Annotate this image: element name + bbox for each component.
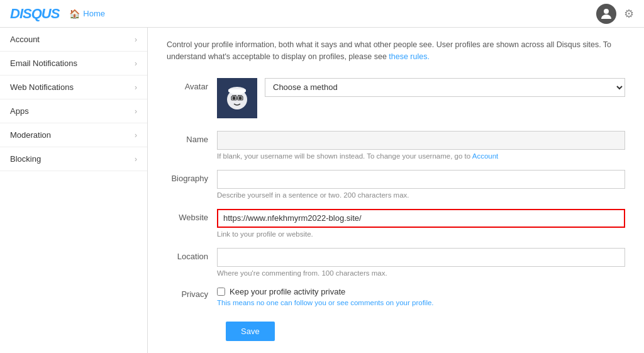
svg-point-0: [604, 9, 609, 14]
name-field: If blank, your username will be shown in…: [217, 131, 625, 160]
privacy-label: Privacy: [167, 287, 217, 299]
main-content: Control your profile information, both w…: [148, 28, 644, 353]
svg-line-9: [232, 95, 236, 96]
location-label: Location: [167, 248, 217, 261]
chevron-right-icon: ›: [135, 155, 137, 164]
save-row: Save: [167, 322, 625, 341]
sidebar-item-email-notifications[interactable]: Email Notifications ›: [0, 52, 147, 76]
name-input[interactable]: [217, 131, 625, 150]
name-label: Name: [167, 131, 217, 144]
header-right: ⚙: [596, 4, 634, 24]
website-hint: Link to your profile or website.: [217, 230, 625, 238]
chevron-right-icon: ›: [135, 107, 137, 116]
these-rules-link[interactable]: these rules.: [389, 52, 430, 61]
sidebar-item-label: Moderation: [10, 130, 51, 140]
website-row: Website Link to your profile or website.: [167, 209, 625, 238]
privacy-content: Keep your profile activity private This …: [217, 287, 625, 306]
avatar-method-wrapper[interactable]: Choose a method Upload from computer Use…: [265, 78, 625, 97]
website-label: Website: [167, 209, 217, 222]
sidebar-item-label: Account: [10, 35, 40, 44]
privacy-check-label: Keep your profile activity private: [230, 287, 345, 296]
sidebar-item-web-notifications[interactable]: Web Notifications ›: [0, 76, 147, 99]
biography-input[interactable]: [217, 170, 625, 189]
sidebar: Account › Email Notifications › Web Noti…: [0, 28, 148, 353]
avatar-method-select[interactable]: Choose a method Upload from computer Use…: [265, 78, 625, 97]
website-input[interactable]: [217, 209, 625, 228]
svg-rect-3: [228, 89, 246, 92]
biography-row: Biography Describe yourself in a sentenc…: [167, 170, 625, 199]
sidebar-item-moderation[interactable]: Moderation ›: [0, 123, 147, 147]
sidebar-item-apps[interactable]: Apps ›: [0, 99, 147, 123]
location-row: Location Where you're commenting from. 1…: [167, 248, 625, 277]
name-row: Name If blank, your username will be sho…: [167, 131, 625, 160]
name-hint: If blank, your username will be shown in…: [217, 152, 625, 160]
privacy-checkbox[interactable]: [217, 288, 225, 296]
sidebar-item-label: Apps: [10, 106, 29, 116]
home-link[interactable]: 🏠 Home: [69, 9, 105, 19]
svg-point-4: [233, 96, 236, 99]
privacy-checkbox-row: Keep your profile activity private: [217, 287, 625, 296]
avatar-row: Avatar: [167, 78, 625, 118]
sidebar-item-label: Blocking: [10, 154, 41, 164]
sidebar-item-account[interactable]: Account ›: [0, 28, 147, 52]
disqus-logo-text: DISQUS: [10, 6, 59, 22]
home-label: Home: [83, 9, 105, 18]
user-avatar[interactable]: [596, 4, 616, 24]
biography-hint: Describe yourself in a sentence or two. …: [217, 191, 625, 199]
chevron-right-icon: ›: [135, 131, 137, 140]
profile-description: Control your profile information, both w…: [167, 39, 625, 63]
save-button[interactable]: Save: [226, 322, 275, 341]
chevron-right-icon: ›: [135, 35, 137, 44]
privacy-hint: This means no one can follow you or see …: [217, 299, 625, 306]
chevron-right-icon: ›: [135, 59, 137, 68]
sidebar-item-label: Email Notifications: [10, 59, 77, 68]
avatar-content: Choose a method Upload from computer Use…: [217, 78, 625, 118]
location-field: Where you're commenting from. 100 charac…: [217, 248, 625, 277]
sidebar-item-blocking[interactable]: Blocking ›: [0, 147, 147, 171]
sidebar-item-label: Web Notifications: [10, 82, 74, 92]
home-icon: 🏠: [69, 9, 80, 19]
location-input[interactable]: [217, 248, 625, 267]
privacy-row: Privacy Keep your profile activity priva…: [167, 287, 625, 306]
header: DISQUS 🏠 Home ⚙: [0, 0, 644, 28]
biography-label: Biography: [167, 170, 217, 183]
page-layout: Account › Email Notifications › Web Noti…: [0, 28, 644, 353]
svg-point-5: [239, 96, 242, 99]
svg-line-10: [238, 95, 242, 96]
avatar-image: [217, 78, 257, 118]
logo: DISQUS: [10, 6, 59, 22]
avatar-label: Avatar: [167, 78, 217, 91]
account-link[interactable]: Account: [472, 152, 499, 160]
chevron-right-icon: ›: [135, 83, 137, 92]
website-field: Link to your profile or website.: [217, 209, 625, 238]
location-hint: Where you're commenting from. 100 charac…: [217, 269, 625, 277]
biography-field: Describe yourself in a sentence or two. …: [217, 170, 625, 199]
settings-gear-icon[interactable]: ⚙: [624, 7, 634, 21]
